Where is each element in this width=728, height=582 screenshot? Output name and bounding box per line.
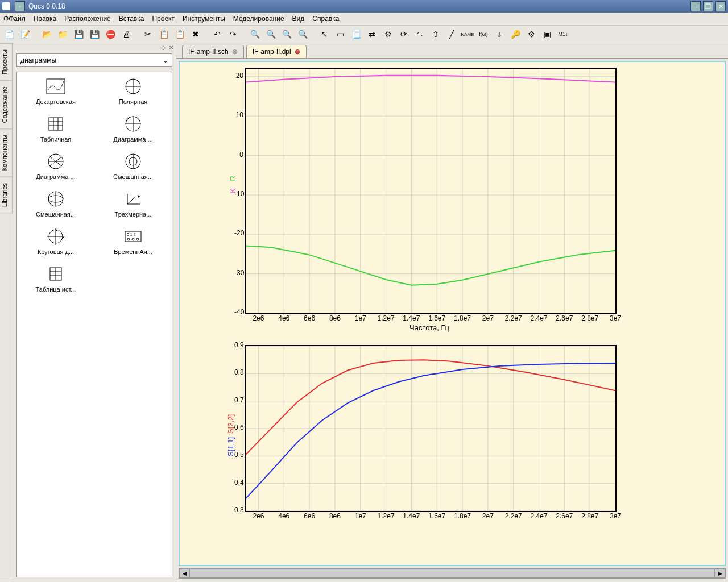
saveall-icon[interactable]: 💾 (88, 27, 101, 41)
y-tick: 10 (234, 111, 243, 119)
x-tick: 2.8e7 (578, 314, 601, 322)
scroll-thumb[interactable] (189, 569, 715, 578)
mirror-icon[interactable]: ⇋ (413, 27, 427, 41)
ylabel-s11: S[1,1] (226, 437, 235, 456)
delete-icon[interactable]: ✖ (189, 27, 202, 41)
menu-insert[interactable]: Вставка (119, 15, 144, 23)
maximize-button[interactable]: ❐ (703, 1, 713, 11)
paste-icon[interactable]: 📋 (173, 27, 187, 41)
component-item[interactable]: Таблица ист... (19, 264, 92, 293)
sidetab-components[interactable]: Компоненты (0, 128, 13, 177)
sidetab-content[interactable]: Содержание (0, 80, 13, 129)
up-icon[interactable]: ⇧ (429, 27, 442, 41)
x-tick: 1e7 (349, 314, 372, 322)
close-button[interactable]: ✕ (715, 1, 726, 11)
components-list: ДекартовскаяПолярнаяТабличнаяДиаграмма .… (16, 72, 172, 577)
rotate-icon[interactable]: ⟳ (397, 27, 411, 41)
component-label: Трехмерна... (115, 211, 152, 218)
tab-sch[interactable]: IF-amp-II.sch ⊗ (182, 45, 244, 58)
category-combo[interactable]: диаграммы ⌄ (16, 53, 172, 67)
save-icon[interactable]: 💾 (72, 27, 85, 41)
ylabel-r: R (229, 176, 237, 181)
minimize-button[interactable]: – (690, 1, 701, 11)
component-label: Диаграмма ... (36, 173, 75, 180)
menu-simulation[interactable]: Моделирование (233, 15, 284, 23)
x-tick: 1.4e7 (400, 512, 423, 520)
sidetab-libraries[interactable]: Libraries (0, 177, 13, 213)
sysmenu-icon[interactable]: ◦ (15, 1, 25, 11)
menu-layout[interactable]: Расположение (64, 15, 111, 23)
component-label: Круговая д... (38, 248, 74, 255)
open-icon[interactable]: 📂 (40, 27, 53, 41)
undo-icon[interactable]: ↶ (210, 27, 224, 41)
run-icon[interactable]: ⚙ (381, 27, 395, 41)
component-label: Диаграмма ... (113, 136, 152, 143)
horizontal-scrollbar[interactable]: ◀ ▶ (179, 568, 726, 579)
component-label: ВременнАя... (114, 248, 152, 255)
zoom1-icon[interactable]: 🔍 (296, 27, 309, 41)
sidetab-projects[interactable]: Проекты (0, 43, 13, 81)
stop-icon[interactable]: ⛔ (104, 27, 117, 41)
scroll-right-icon[interactable]: ▶ (715, 569, 725, 578)
marker-icon[interactable]: M1↓ (556, 27, 570, 41)
menu-help[interactable]: Справка (312, 15, 339, 23)
play-icon[interactable]: ▣ (540, 27, 554, 41)
new-icon[interactable]: 📄 (2, 27, 16, 41)
redo-icon[interactable]: ↷ (226, 27, 240, 41)
name-icon[interactable]: NAME (461, 27, 474, 41)
copy-icon[interactable]: 📋 (157, 27, 171, 41)
gnd-icon[interactable]: ⏚ (493, 27, 506, 41)
key-icon[interactable]: 🔑 (508, 27, 522, 41)
component-item[interactable]: Диаграмма ... (97, 114, 169, 143)
x-tick: 3e7 (604, 314, 627, 322)
x-tick: 1e7 (349, 512, 372, 520)
open2-icon[interactable]: 📁 (56, 27, 69, 41)
menu-view[interactable]: Вид (292, 15, 305, 23)
doc-icon[interactable]: 📃 (349, 27, 363, 41)
panel-close-icon[interactable]: ✕ (169, 44, 173, 51)
component-item[interactable]: Трехмерна... (97, 189, 169, 218)
tab-close-icon[interactable]: ⊗ (232, 48, 238, 56)
y-tick: 0 (234, 151, 243, 159)
tab-close-icon[interactable]: ⊗ (295, 48, 300, 56)
svg-point-30 (127, 238, 130, 240)
zoomin-icon[interactable]: 🔍 (248, 27, 262, 41)
component-item[interactable]: Смешанная... (97, 152, 169, 180)
x-tick: 1.8e7 (451, 512, 474, 520)
zoomout-icon[interactable]: 🔍 (264, 27, 278, 41)
zoomfit-icon[interactable]: 🔍 (280, 27, 293, 41)
component-item[interactable]: Декартовская (19, 77, 92, 105)
component-item[interactable]: Табличная (19, 114, 92, 143)
gear-icon[interactable]: ⚙ (524, 27, 538, 41)
go-icon[interactable]: ⇄ (365, 27, 379, 41)
menu-tools[interactable]: Инструменты (183, 15, 225, 23)
pointer-icon[interactable]: ↖ (317, 27, 331, 41)
x-tick: 8e6 (324, 512, 346, 520)
component-item[interactable]: Смешанная... (19, 189, 92, 218)
panel-pin-icon[interactable]: ◇ (161, 44, 166, 51)
y-tick: 0.8 (234, 368, 243, 376)
component-item[interactable]: Круговая д... (19, 227, 92, 255)
menu-edit[interactable]: Правка (34, 15, 57, 23)
text-icon[interactable]: 📝 (18, 27, 32, 41)
menu-file[interactable]: Фdocument.currentScript.previousElementS… (3, 15, 26, 23)
cut-icon[interactable]: ✂ (141, 27, 155, 41)
component-item[interactable]: 0 1 2ВременнАя... (97, 227, 169, 255)
app-icon (2, 2, 10, 10)
chart-r-k (245, 68, 617, 314)
print-icon[interactable]: 🖨 (119, 27, 133, 41)
x-tick: 2e7 (477, 314, 499, 322)
eq-icon[interactable]: f(ω) (477, 27, 490, 41)
scroll-left-icon[interactable]: ◀ (179, 569, 189, 578)
chevron-down-icon: ⌄ (163, 56, 168, 64)
component-item[interactable]: Полярная (97, 77, 169, 105)
tab-dpl[interactable]: IF-amp-II.dpl ⊗ (246, 45, 307, 58)
menu-project[interactable]: Проект (152, 15, 175, 23)
plot-canvas[interactable]: R K Частота, Гц -40-30-20-1001020 2e64e6… (179, 61, 726, 566)
y-tick: 0.4 (234, 479, 243, 487)
select-icon[interactable]: ▭ (333, 27, 347, 41)
component-item[interactable]: Диаграмма ... (19, 152, 92, 180)
y-tick: 0.7 (234, 396, 243, 404)
wire-icon[interactable]: ╱ (445, 27, 458, 41)
x-tick: 2.6e7 (553, 512, 576, 520)
